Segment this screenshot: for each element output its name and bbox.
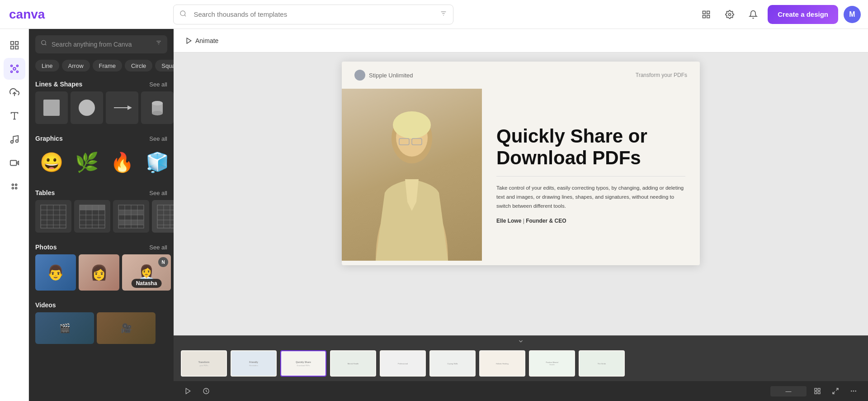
lines-shapes-see-all[interactable]: See all (149, 81, 167, 88)
svg-marker-36 (127, 105, 132, 110)
graphic-fire[interactable]: 🔥 (106, 146, 138, 178)
slides-strip: Transform your PDFs Friendly Reminders Q… (174, 347, 868, 381)
svg-point-22 (10, 141, 13, 143)
shape-tab-arrow[interactable]: Arrow (62, 60, 90, 72)
graphics-see-all[interactable]: See all (149, 135, 167, 142)
timer-button[interactable] (199, 384, 213, 398)
slide-body-text: Take control of your edits, easily corre… (496, 184, 685, 210)
panel-filter-icon[interactable] (156, 40, 162, 48)
graphic-smiley[interactable]: 😀 (35, 146, 68, 178)
tables-title: Tables (35, 189, 55, 196)
slide-logo-text: Stipple Unlimited (369, 72, 413, 79)
bottom-toggle[interactable] (174, 336, 868, 347)
shape-arrow[interactable] (106, 91, 138, 124)
settings-button[interactable] (721, 5, 739, 24)
svg-point-29 (42, 40, 46, 44)
more-options-button[interactable] (846, 384, 861, 398)
slide-thumb-6[interactable]: Coping Skills (429, 350, 476, 377)
slide-thumb-2[interactable]: Friendly Reminders (231, 350, 277, 377)
present-button[interactable] (181, 384, 195, 398)
slide-thumb-5[interactable]: Professional (380, 350, 426, 377)
avatar[interactable]: M (844, 6, 861, 23)
svg-point-88 (853, 391, 854, 391)
notifications-button[interactable] (744, 5, 762, 24)
slide-tagline: Transform your PDFs (636, 72, 687, 78)
shape-tab-line[interactable]: Line (35, 60, 59, 72)
photos-see-all[interactable]: See all (149, 244, 167, 251)
svg-point-27 (12, 187, 14, 189)
slide-thumb-3[interactable]: Quickly Share Download PDFs (280, 350, 326, 377)
shape-tab-frame[interactable]: Frame (93, 60, 123, 72)
shape-cylinder[interactable] (141, 91, 174, 124)
photo-item-2[interactable]: 👩 (79, 254, 119, 291)
table-item-3[interactable] (113, 200, 149, 233)
photos-grid: 👨 👩 👩‍💼 N Natasha 🏙️ › (29, 254, 174, 297)
photo-item-featured[interactable]: 👩‍💼 N Natasha (122, 254, 171, 291)
videos-grid: 🎬 🎥 (29, 312, 174, 350)
svg-rect-6 (707, 11, 710, 14)
rail-home[interactable] (4, 34, 25, 56)
bottom-panel: Transform your PDFs Friendly Reminders Q… (174, 335, 868, 401)
filter-icon[interactable] (440, 10, 447, 19)
topbar: canva Create a design M (0, 0, 868, 29)
shape-tab-circle[interactable]: Circle (125, 60, 152, 72)
slide-divider (496, 176, 685, 177)
svg-point-38 (152, 101, 163, 105)
shape-circle[interactable] (71, 91, 103, 124)
table-item-2[interactable] (74, 200, 110, 233)
tables-see-all[interactable]: See all (149, 190, 167, 196)
slide-thumb-7[interactable]: Holistic Healing (479, 350, 525, 377)
create-design-button[interactable]: Create a design (768, 5, 838, 24)
lines-shapes-header: Lines & Shapes See all (29, 76, 174, 91)
panel-search-input[interactable] (35, 35, 167, 53)
panel-search-container (29, 29, 174, 58)
rail-text[interactable] (4, 105, 25, 127)
slide-thumb-4[interactable]: Mental Health (330, 350, 376, 377)
shape-tab-square[interactable]: Square (155, 60, 174, 72)
rail-video[interactable] (4, 152, 25, 174)
graphic-nature[interactable]: 🌿 (71, 146, 103, 178)
svg-point-77 (393, 111, 431, 138)
fullscreen-button[interactable] (828, 384, 843, 398)
topbar-search-input[interactable] (173, 5, 453, 24)
shapes-grid: › (29, 91, 174, 130)
tables-grid: › (29, 200, 174, 239)
panel-search-icon (41, 40, 47, 48)
svg-point-9 (729, 13, 731, 15)
rail-apps[interactable] (4, 176, 25, 197)
slide-thumb-1[interactable]: Transform your PDFs (181, 350, 227, 377)
slide-thumb-9[interactable]: The Verde (579, 350, 625, 377)
svg-rect-12 (10, 46, 13, 49)
svg-point-23 (15, 140, 18, 143)
svg-point-17 (10, 71, 12, 73)
table-item-4[interactable] (152, 200, 174, 233)
svg-point-34 (79, 100, 95, 116)
svg-rect-33 (43, 100, 60, 116)
table-item-1[interactable] (35, 200, 71, 233)
videos-title: Videos (35, 301, 56, 309)
photos-header: Photos See all (29, 239, 174, 254)
grid-view-button[interactable] (697, 5, 715, 24)
canvas-scroll[interactable]: Stipple Unlimited Transform your PDFs (174, 53, 868, 335)
rail-uploads[interactable] (4, 81, 25, 103)
svg-point-90 (851, 391, 852, 391)
graphic-ice[interactable]: 🧊 (141, 146, 174, 178)
video-item-2[interactable]: 🎥 (97, 312, 156, 344)
svg-rect-67 (157, 205, 174, 228)
grid-view-toggle[interactable] (810, 384, 825, 398)
photo-item-1[interactable]: 👨 (35, 254, 76, 291)
rail-elements[interactable] (4, 58, 25, 80)
video-item-1[interactable]: 🎬 (35, 312, 94, 344)
shape-rectangle[interactable] (35, 91, 68, 124)
animate-button[interactable]: Animate (181, 34, 223, 47)
slide-thumb-8[interactable]: Positive Mental Health (529, 350, 575, 377)
canva-logo[interactable]: canva (7, 6, 48, 23)
lines-shapes-title: Lines & Shapes (35, 81, 82, 88)
svg-rect-11 (15, 42, 18, 44)
videos-header: Videos (29, 297, 174, 312)
graphics-title: Graphics (35, 135, 63, 142)
svg-rect-24 (10, 161, 16, 166)
svg-marker-80 (186, 388, 190, 394)
rail-music[interactable] (4, 129, 25, 150)
icon-rail (0, 29, 29, 401)
